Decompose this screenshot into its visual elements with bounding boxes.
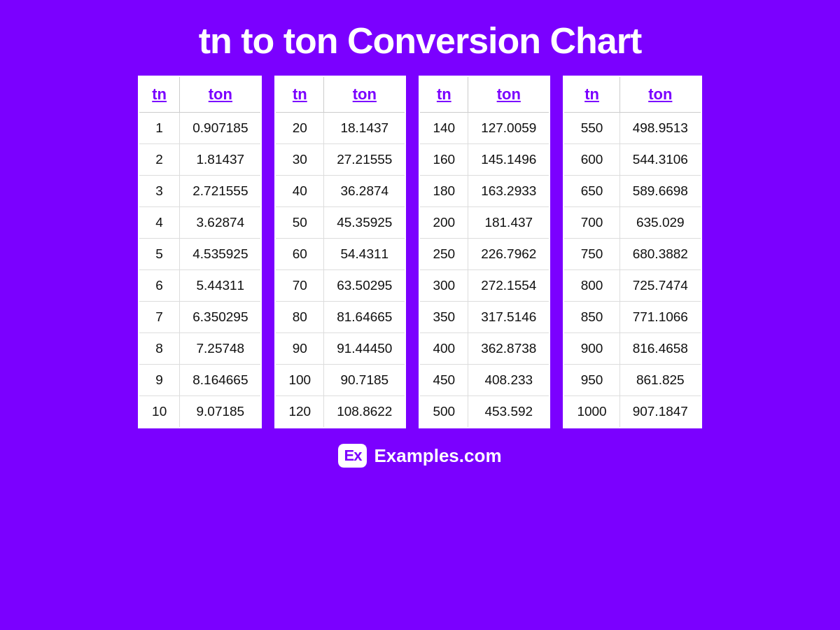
table-cell: 160 <box>419 144 468 176</box>
table-row: 900816.4658 <box>564 333 701 365</box>
table-cell: 771.1066 <box>620 302 701 333</box>
table-header: tn <box>275 76 323 113</box>
table-cell: 8.164665 <box>180 365 262 396</box>
table-row: 76.350295 <box>139 302 261 333</box>
table-row: 43.62874 <box>139 207 261 239</box>
table-row: 700635.029 <box>564 207 701 239</box>
table-header: tn <box>419 76 468 113</box>
table-row: 800725.7474 <box>564 270 701 302</box>
table-row: 7063.50295 <box>275 270 405 302</box>
table-cell: 550 <box>564 113 620 144</box>
table-row: 54.535925 <box>139 239 261 270</box>
table-row: 65.44311 <box>139 270 261 302</box>
table-cell: 80 <box>275 302 323 333</box>
table-cell: 181.437 <box>468 207 550 239</box>
table-cell: 90 <box>275 333 323 365</box>
table-cell: 3.62874 <box>180 207 262 239</box>
table-row: 140127.0059 <box>419 113 550 144</box>
conversion-table-1: tnton10.90718521.8143732.72155543.628745… <box>138 76 262 428</box>
conversion-table-3: tnton140127.0059160145.1496180163.293320… <box>419 76 550 428</box>
table-cell: 145.1496 <box>468 144 550 176</box>
table-cell: 63.50295 <box>324 270 406 302</box>
table-cell: 5.44311 <box>180 270 262 302</box>
table-cell: 9 <box>139 365 180 396</box>
footer: Ex Examples.com <box>338 444 501 468</box>
table-cell: 272.1554 <box>468 270 550 302</box>
table-cell: 850 <box>564 302 620 333</box>
table-header: ton <box>324 76 406 113</box>
table-cell: 140 <box>419 113 468 144</box>
table-cell: 725.7474 <box>620 270 701 302</box>
table-row: 98.164665 <box>139 365 261 396</box>
table-cell: 127.0059 <box>468 113 550 144</box>
table-cell: 1 <box>139 113 180 144</box>
table-cell: 589.6698 <box>620 176 701 207</box>
table-cell: 200 <box>419 207 468 239</box>
table-cell: 4 <box>139 207 180 239</box>
table-cell: 635.029 <box>620 207 701 239</box>
table-cell: 750 <box>564 239 620 270</box>
table-cell: 180 <box>419 176 468 207</box>
table-row: 200181.437 <box>419 207 550 239</box>
table-cell: 450 <box>419 365 468 396</box>
table-cell: 1000 <box>564 396 620 428</box>
table-row: 87.25748 <box>139 333 261 365</box>
table-header: ton <box>620 76 701 113</box>
table-cell: 600 <box>564 144 620 176</box>
table-cell: 90.7185 <box>324 365 406 396</box>
table-row: 550498.9513 <box>564 113 701 144</box>
table-row: 500453.592 <box>419 396 550 428</box>
table-row: 32.721555 <box>139 176 261 207</box>
table-cell: 7 <box>139 302 180 333</box>
table-row: 160145.1496 <box>419 144 550 176</box>
table-cell: 27.21555 <box>324 144 406 176</box>
table-row: 120108.8622 <box>275 396 405 428</box>
table-row: 6054.4311 <box>275 239 405 270</box>
table-cell: 0.907185 <box>180 113 262 144</box>
table-row: 5045.35925 <box>275 207 405 239</box>
table-cell: 70 <box>275 270 323 302</box>
table-cell: 100 <box>275 365 323 396</box>
table-header: tn <box>139 76 180 113</box>
table-row: 950861.825 <box>564 365 701 396</box>
page-title: tn to ton Conversion Chart <box>199 20 642 62</box>
table-cell: 700 <box>564 207 620 239</box>
table-row: 300272.1554 <box>419 270 550 302</box>
table-cell: 453.592 <box>468 396 550 428</box>
table-cell: 226.7962 <box>468 239 550 270</box>
table-cell: 317.5146 <box>468 302 550 333</box>
table-row: 10.907185 <box>139 113 261 144</box>
table-cell: 950 <box>564 365 620 396</box>
table-row: 109.07185 <box>139 396 261 428</box>
table-cell: 300 <box>419 270 468 302</box>
table-row: 10090.7185 <box>275 365 405 396</box>
table-cell: 500 <box>419 396 468 428</box>
table-row: 3027.21555 <box>275 144 405 176</box>
table-cell: 907.1847 <box>620 396 701 428</box>
table-cell: 7.25748 <box>180 333 262 365</box>
table-cell: 91.44450 <box>324 333 406 365</box>
table-row: 180163.2933 <box>419 176 550 207</box>
table-row: 400362.8738 <box>419 333 550 365</box>
table-cell: 816.4658 <box>620 333 701 365</box>
table-cell: 5 <box>139 239 180 270</box>
table-row: 600544.3106 <box>564 144 701 176</box>
table-row: 21.81437 <box>139 144 261 176</box>
conversion-table-2: tnton2018.14373027.215554036.28745045.35… <box>274 76 406 428</box>
table-row: 2018.1437 <box>275 113 405 144</box>
tables-container: tnton10.90718521.8143732.72155543.628745… <box>118 76 722 428</box>
table-cell: 20 <box>275 113 323 144</box>
table-cell: 30 <box>275 144 323 176</box>
table-cell: 163.2933 <box>468 176 550 207</box>
table-row: 250226.7962 <box>419 239 550 270</box>
table-cell: 544.3106 <box>620 144 701 176</box>
footer-logo: Ex <box>338 444 367 468</box>
conversion-table-4: tnton550498.9513600544.3106650589.669870… <box>563 76 702 428</box>
table-cell: 40 <box>275 176 323 207</box>
table-cell: 4.535925 <box>180 239 262 270</box>
table-cell: 2.721555 <box>180 176 262 207</box>
table-row: 8081.64665 <box>275 302 405 333</box>
table-cell: 9.07185 <box>180 396 262 428</box>
table-cell: 81.64665 <box>324 302 406 333</box>
table-cell: 2 <box>139 144 180 176</box>
